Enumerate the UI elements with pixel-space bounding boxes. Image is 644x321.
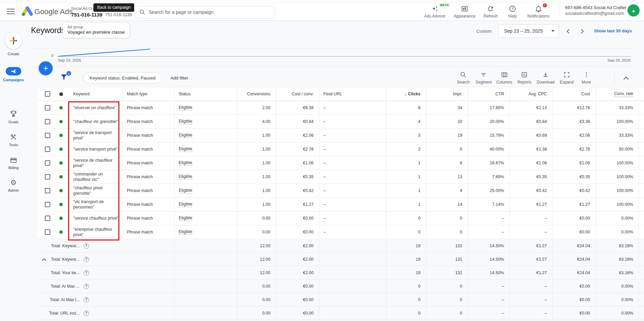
totals-cost-per-conv-cell: €0.00 (276, 280, 319, 293)
totals-help-icon[interactable]: ? (84, 284, 89, 289)
header-conversions[interactable]: Conversions (237, 87, 276, 101)
header-final-url[interactable]: Final URL (319, 87, 386, 101)
status-eligible-link[interactable]: Eligible (179, 105, 192, 110)
collapse-table-button[interactable] (621, 74, 631, 82)
header-match-type[interactable]: Match type (123, 87, 175, 101)
header-cost-per-conv[interactable]: Cost / conv. (276, 87, 319, 101)
keyword-cell[interactable]: "chauffeur vtc grenoble" (69, 115, 123, 128)
ads-advisor-button[interactable]: BETA Ads Advisor (424, 3, 445, 19)
totals-help-icon[interactable]: ? (84, 257, 89, 262)
status-eligible-link[interactable]: Eligible (179, 229, 192, 235)
segment-button[interactable]: Segment (475, 71, 492, 85)
conversions-cell: 0.00 (237, 212, 276, 225)
totals-final-url-cell (319, 266, 386, 279)
totals-conv-rate-cell: 0.00% (596, 280, 639, 293)
chart-date-end: Sep 25, 2025 (608, 58, 631, 62)
status-eligible-link[interactable]: Eligible (179, 174, 192, 180)
more-button[interactable]: More (579, 71, 594, 85)
row-checkbox[interactable] (45, 188, 50, 193)
notifications-button[interactable]: ! Notifications (527, 3, 549, 19)
keywords-table: Keyword Match type Status Conversions Co… (38, 87, 644, 320)
row-checkbox[interactable] (45, 216, 50, 221)
date-next-button[interactable] (578, 27, 587, 36)
keyword-cell[interactable]: "service de chauffeur privé" (69, 156, 123, 170)
status-eligible-link[interactable]: Eligible (179, 216, 192, 221)
status-dot-header-icon (59, 92, 63, 96)
sidebar-item-goals[interactable]: Goals (0, 110, 27, 124)
refresh-button[interactable]: Refresh (484, 3, 498, 19)
show-last-30-days-link[interactable]: Show last 30 days (594, 28, 632, 33)
header-cost[interactable]: Cost (553, 87, 596, 101)
row-checkbox[interactable] (45, 105, 50, 110)
status-eligible-link[interactable]: Eligible (179, 160, 192, 166)
totals-help-icon[interactable]: ? (84, 270, 89, 276)
columns-button[interactable]: Columns (496, 71, 512, 85)
row-checkbox[interactable] (45, 202, 50, 207)
row-filler (639, 293, 644, 306)
keyword-cell[interactable]: "vtc transport de personnes" (69, 198, 123, 211)
select-all-checkbox[interactable] (45, 91, 50, 97)
keyword-cell[interactable]: "commander un chauffeur vtc" (69, 170, 123, 184)
help-button[interactable]: ? Help (506, 3, 519, 19)
status-eligible-link[interactable]: Eligible (179, 202, 192, 207)
ad-group-context-card[interactable]: Ad group Voyagez en première classe (62, 22, 130, 38)
row-filler (639, 225, 644, 239)
status-eligible-link[interactable]: Eligible (179, 119, 192, 124)
sidebar-item-admin[interactable]: ⚙ Admin (0, 179, 27, 192)
row-checkbox[interactable] (45, 229, 50, 235)
row-checkbox[interactable] (45, 133, 50, 138)
notifications-label: Notifications (527, 14, 549, 19)
keyword-cell[interactable]: "réserver un chauffeur" (69, 101, 123, 115)
totals-label-text: Total: AI Max l... (50, 297, 80, 302)
header-impressions[interactable]: Impr. (426, 87, 468, 101)
global-search[interactable] (135, 6, 275, 19)
segment-icon (480, 71, 487, 78)
row-checkbox[interactable] (45, 174, 50, 180)
keyword-cell[interactable]: "service chauffeur privé" (69, 212, 123, 225)
keyword-cell[interactable]: "entreprise chauffeur privé" (69, 225, 123, 239)
add-keyword-fab[interactable]: + (39, 61, 53, 75)
reports-button[interactable]: Reports (517, 71, 532, 85)
header-ctr[interactable]: CTR (468, 87, 510, 101)
clicks-cell: 3 (386, 129, 426, 142)
header-clicks[interactable]: ↓ Clicks (386, 87, 426, 101)
row-checkbox[interactable] (45, 119, 50, 124)
header-avg-cpc[interactable]: Avg. CPC (510, 87, 553, 101)
create-button[interactable] (5, 32, 22, 49)
status-eligible-link[interactable]: Eligible (179, 188, 192, 193)
sidebar-item-create[interactable]: Create (0, 32, 27, 56)
header-keyword[interactable]: Keyword (69, 87, 123, 101)
totals-help-icon[interactable]: ? (84, 297, 89, 302)
table-search-button[interactable]: Search (456, 71, 471, 85)
keyword-cell[interactable]: "chauffeur privé grenoble" (69, 184, 123, 197)
row-status-dot-cell (54, 225, 69, 239)
search-input[interactable] (149, 9, 271, 15)
avatar[interactable]: ▲ (627, 4, 640, 17)
header-conv-rate[interactable]: Conv. rate (596, 87, 639, 101)
appearance-button[interactable]: Appearance (453, 3, 475, 19)
row-checkbox-cell (38, 225, 54, 239)
filter-chip-keyword-status[interactable]: Keyword status: Enabled, Paused (83, 72, 162, 84)
row-checkbox[interactable] (45, 147, 50, 152)
date-prev-button[interactable] (564, 27, 573, 36)
avg-cpc-cell: €2.13 (510, 101, 553, 115)
sidebar-item-billing[interactable]: Billing (0, 156, 27, 170)
totals-help-icon[interactable]: ? (84, 311, 89, 316)
sidebar-item-campaigns[interactable]: Campaigns (0, 67, 27, 82)
download-button[interactable]: Download (536, 71, 554, 85)
sidebar-item-tools[interactable]: Tools (0, 133, 27, 147)
keyword-cell[interactable]: "service transport privé" (69, 142, 123, 156)
keyword-cell[interactable]: "service de transport privé" (69, 129, 123, 142)
row-checkbox[interactable] (45, 160, 50, 166)
totals-collapse-chevron-icon[interactable] (41, 258, 47, 261)
status-eligible-link[interactable]: Eligible (179, 133, 192, 138)
menu-icon[interactable] (7, 9, 15, 15)
header-status[interactable]: Status (175, 87, 237, 101)
enabled-status-dot-icon (59, 230, 63, 234)
totals-help-icon[interactable]: ? (84, 243, 89, 249)
add-filter-button[interactable]: Add filter (170, 75, 188, 81)
expand-button[interactable]: Expand (559, 71, 574, 85)
totals-label-text: Total: Keywor... (51, 244, 80, 248)
date-range-picker[interactable]: Sep 23 – 25, 2025 (498, 24, 559, 38)
status-eligible-link[interactable]: Eligible (179, 147, 192, 152)
